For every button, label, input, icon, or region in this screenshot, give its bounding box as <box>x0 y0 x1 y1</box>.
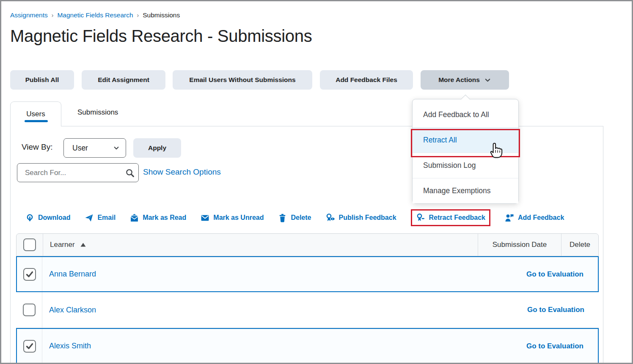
mail-open-icon <box>130 213 139 222</box>
breadcrumb-assignments[interactable]: Assignments <box>10 11 48 19</box>
add-feedback-icon <box>505 213 514 222</box>
learner-column-header[interactable]: Learner <box>43 234 478 256</box>
table-header-row: Learner Submission Date Delete <box>16 233 599 256</box>
email-users-without-submissions-button[interactable]: Email Users Without Submissions <box>173 70 312 90</box>
mark-as-unread-label: Mark as Unread <box>213 214 264 222</box>
search-box <box>17 163 139 182</box>
table-row: Alex Clarkson Go to Evaluation <box>16 292 599 328</box>
menu-item-retract-all[interactable]: Retract All <box>413 127 518 153</box>
app-window: Assignments › Magnetic Fields Research ›… <box>0 0 633 364</box>
row-checkbox[interactable] <box>23 340 36 353</box>
search-button[interactable] <box>121 164 138 182</box>
tab-users-label: Users <box>26 110 45 118</box>
download-icon <box>25 213 34 222</box>
page-title: Magnetic Fields Research - Submissions <box>10 27 312 46</box>
table-row: Anna Bernard Go to Evaluation <box>16 256 599 292</box>
learner-name-link[interactable]: Alexis Smith <box>49 342 91 350</box>
delete-column-header: Delete <box>561 234 598 256</box>
breadcrumb-separator: › <box>137 12 139 19</box>
search-icon <box>125 168 135 178</box>
retract-feedback-action[interactable]: Retract Feedback <box>416 213 485 222</box>
add-feedback-files-button[interactable]: Add Feedback Files <box>320 70 413 90</box>
email-label: Email <box>97 214 116 222</box>
view-by-value: User <box>72 144 88 153</box>
breadcrumb-current: Submissions <box>143 11 180 19</box>
delete-action[interactable]: Delete <box>278 213 311 222</box>
select-all-checkbox[interactable] <box>23 238 36 251</box>
trash-icon <box>278 213 287 222</box>
view-by-label: View By: <box>22 142 53 152</box>
publish-feedback-label: Publish Feedback <box>339 214 396 222</box>
go-to-evaluation-link[interactable]: Go to Evaluation <box>527 306 584 314</box>
annotation-highlight-box: Retract Feedback <box>411 209 490 226</box>
menu-item-manage-exemptions[interactable]: Manage Exemptions <box>413 178 518 203</box>
send-icon <box>85 213 94 222</box>
mark-as-read-action[interactable]: Mark as Read <box>130 213 186 222</box>
tab-submissions[interactable]: Submissions <box>77 108 118 117</box>
sort-ascending-icon <box>80 243 86 247</box>
mail-closed-icon <box>201 213 209 222</box>
go-to-evaluation-link[interactable]: Go to Evaluation <box>526 342 583 350</box>
tab-users[interactable]: Users <box>10 101 61 126</box>
mark-as-unread-action[interactable]: Mark as Unread <box>201 213 264 222</box>
row-checkbox-cell <box>17 257 42 291</box>
row-checkbox-cell <box>16 292 42 328</box>
retract-feedback-icon <box>416 213 425 222</box>
bulk-actions-toolbar: Download Email Mark as Read Mark as Unre… <box>25 209 564 226</box>
view-by-select[interactable]: User <box>63 138 126 158</box>
evaluation-cell: Go to Evaluation <box>526 257 598 291</box>
evaluation-cell: Go to Evaluation <box>526 329 598 363</box>
evaluation-cell: Go to Evaluation <box>527 292 599 328</box>
learner-name-cell: Alex Clarkson <box>42 292 527 328</box>
active-tab-indicator <box>25 120 48 122</box>
breadcrumb: Assignments › Magnetic Fields Research ›… <box>10 11 180 19</box>
publish-all-button[interactable]: Publish All <box>10 70 74 90</box>
delete-label: Delete <box>291 214 311 222</box>
more-actions-button[interactable]: More Actions <box>421 70 509 90</box>
add-feedback-action[interactable]: Add Feedback <box>505 213 564 222</box>
download-label: Download <box>38 214 70 222</box>
more-actions-label: More Actions <box>438 76 480 84</box>
select-all-cell <box>17 234 43 256</box>
learner-name-link[interactable]: Alex Clarkson <box>49 306 96 315</box>
add-feedback-label: Add Feedback <box>518 214 564 222</box>
submission-date-column-header: Submission Date <box>478 234 561 256</box>
menu-item-add-feedback-to-all[interactable]: Add Feedback to All <box>413 102 518 127</box>
show-search-options-link[interactable]: Show Search Options <box>143 167 221 177</box>
table-row: Alexis Smith Go to Evaluation <box>16 328 599 364</box>
download-action[interactable]: Download <box>25 213 70 222</box>
publish-feedback-action[interactable]: Publish Feedback <box>326 213 396 222</box>
more-actions-menu: Add Feedback to All Retract All Submissi… <box>412 99 519 204</box>
learner-header-label: Learner <box>50 241 75 249</box>
edit-assignment-button[interactable]: Edit Assignment <box>82 70 165 90</box>
apply-button[interactable]: Apply <box>133 138 181 158</box>
row-checkbox-cell <box>17 329 42 363</box>
learner-name-cell: Anna Bernard <box>42 257 526 291</box>
learner-name-cell: Alexis Smith <box>42 329 526 363</box>
go-to-evaluation-link[interactable]: Go to Evaluation <box>526 270 583 279</box>
menu-item-submission-log[interactable]: Submission Log <box>413 153 518 178</box>
breadcrumb-separator: › <box>52 12 54 19</box>
submissions-table: Learner Submission Date Delete Anna Bern… <box>16 233 599 364</box>
retract-feedback-label: Retract Feedback <box>429 214 485 222</box>
row-checkbox[interactable] <box>23 304 36 316</box>
email-action[interactable]: Email <box>85 213 116 222</box>
chevron-down-icon <box>484 77 491 84</box>
row-checkbox[interactable] <box>23 268 36 281</box>
publish-feedback-icon <box>326 213 335 222</box>
chevron-down-icon <box>113 145 120 151</box>
breadcrumb-assignment-name[interactable]: Magnetic Fields Research <box>57 11 133 19</box>
learner-name-link[interactable]: Anna Bernard <box>49 270 96 279</box>
search-input[interactable] <box>17 169 121 177</box>
mark-as-read-label: Mark as Read <box>143 214 186 222</box>
